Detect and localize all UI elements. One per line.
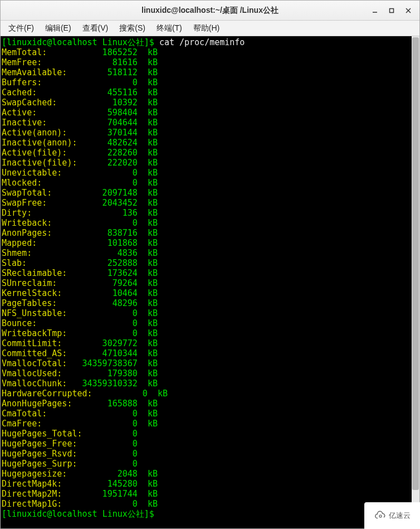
meminfo-value: 0: [82, 178, 138, 188]
meminfo-value: 228260: [82, 148, 138, 158]
meminfo-value: 704644: [82, 118, 138, 128]
meminfo-value: 0: [82, 318, 138, 328]
meminfo-key: DirectMap2M:: [2, 489, 82, 499]
meminfo-value: 0: [82, 449, 138, 459]
meminfo-value: 3029772: [82, 338, 138, 348]
meminfo-value: 34359310332: [82, 378, 138, 389]
meminfo-key: Unevictable:: [2, 168, 82, 178]
watermark-text: 亿速云: [389, 511, 411, 521]
meminfo-key: VmallocUsed:: [2, 368, 82, 378]
meminfo-value: 165888: [82, 399, 138, 409]
meminfo-key: HugePages_Free:: [2, 439, 82, 449]
scrollbar-thumb[interactable]: [412, 37, 419, 490]
meminfo-key: CommitLimit:: [2, 338, 82, 348]
meminfo-key: CmaFree:: [2, 419, 82, 429]
menu-search[interactable]: 搜索(S): [114, 22, 151, 35]
meminfo-value: 0: [82, 409, 138, 419]
meminfo-row: AnonHugePages: 165888 kB: [2, 399, 411, 409]
window-titlebar[interactable]: linuxidc@localhost:~/桌面 /Linux公社: [1, 1, 419, 21]
meminfo-value: 34359738367: [82, 358, 138, 368]
meminfo-key: MemTotal:: [2, 47, 82, 57]
meminfo-key: Active(file):: [2, 148, 82, 158]
terminal-output[interactable]: [linuxidc@localhost Linux公社]$ cat /proc/…: [1, 36, 412, 528]
meminfo-row: Active(anon): 370144 kB: [2, 128, 411, 138]
meminfo-key: AnonHugePages:: [2, 399, 82, 409]
meminfo-row: SwapFree: 2043452 kB: [2, 198, 411, 208]
meminfo-row: Inactive(anon): 482624 kB: [2, 138, 411, 148]
meminfo-value: 10392: [82, 98, 138, 108]
meminfo-row: Dirty: 136 kB: [2, 208, 411, 218]
meminfo-key: VmallocTotal:: [2, 358, 82, 368]
prompt-cwd: Linux公社: [102, 509, 144, 519]
meminfo-key: Dirty:: [2, 208, 82, 218]
meminfo-value: 0: [82, 419, 138, 429]
meminfo-value: 0: [82, 439, 138, 449]
meminfo-value: 101868: [82, 238, 138, 248]
menu-file[interactable]: 文件(F): [3, 22, 40, 35]
meminfo-key: MemAvailable:: [2, 67, 82, 77]
close-button[interactable]: [401, 4, 416, 17]
meminfo-row: HugePages_Rsvd: 0: [2, 449, 411, 459]
meminfo-row: SwapCached: 10392 kB: [2, 98, 411, 108]
meminfo-row: SwapTotal: 2097148 kB: [2, 188, 411, 198]
scrollbar-track[interactable]: [412, 36, 419, 528]
meminfo-value: 2043452: [82, 198, 138, 208]
prompt-open: [: [2, 509, 7, 519]
meminfo-row: Shmem: 4836 kB: [2, 248, 411, 258]
meminfo-value: 838716: [82, 228, 138, 238]
menu-view[interactable]: 查看(V): [77, 22, 114, 35]
menu-help[interactable]: 帮助(H): [188, 22, 225, 35]
meminfo-key: CmaTotal:: [2, 409, 82, 419]
maximize-button[interactable]: [384, 4, 399, 17]
meminfo-key: HugePages_Rsvd:: [2, 449, 82, 459]
menu-edit[interactable]: 编辑(E): [40, 22, 77, 35]
meminfo-row: DirectMap4k: 145280 kB: [2, 479, 411, 489]
meminfo-row: CmaFree: 0 kB: [2, 419, 411, 429]
meminfo-row: Hugepagesize: 2048 kB: [2, 469, 411, 479]
meminfo-row: CmaTotal: 0 kB: [2, 409, 411, 419]
cloud-icon: [374, 511, 387, 521]
meminfo-row: HugePages_Total: 0: [2, 429, 411, 439]
meminfo-key: NFS_Unstable:: [2, 308, 82, 318]
meminfo-row: SReclaimable: 173624 kB: [2, 268, 411, 278]
meminfo-row: Cached: 455116 kB: [2, 88, 411, 98]
meminfo-row: VmallocChunk: 34359310332 kB: [2, 378, 411, 389]
meminfo-value: 1951744: [82, 489, 138, 499]
meminfo-key: KernelStack:: [2, 288, 82, 298]
meminfo-row: Bounce: 0 kB: [2, 318, 411, 328]
meminfo-key: Inactive(file):: [2, 158, 82, 168]
meminfo-key: AnonPages:: [2, 228, 82, 238]
meminfo-value: 145280: [82, 479, 138, 489]
svg-point-4: [379, 515, 381, 517]
meminfo-row: HardwareCorrupted: 0 kB: [2, 389, 411, 399]
meminfo-row: VmallocUsed: 179380 kB: [2, 368, 411, 378]
meminfo-key: SUnreclaim:: [2, 278, 82, 288]
meminfo-key: Inactive:: [2, 118, 82, 128]
meminfo-key: Cached:: [2, 88, 82, 98]
meminfo-key: HardwareCorrupted:: [2, 389, 92, 399]
meminfo-row: NFS_Unstable: 0 kB: [2, 308, 411, 318]
meminfo-key: Active(anon):: [2, 128, 82, 138]
prompt-open: [: [2, 37, 7, 47]
terminal-area: [linuxidc@localhost Linux公社]$ cat /proc/…: [1, 36, 419, 528]
meminfo-value: 0: [82, 429, 138, 439]
meminfo-value: 4710344: [82, 348, 138, 358]
meminfo-row: PageTables: 48296 kB: [2, 298, 411, 308]
meminfo-key: SwapTotal:: [2, 188, 82, 198]
meminfo-value: 2048: [82, 469, 138, 479]
meminfo-value: 482624: [82, 138, 138, 148]
meminfo-value: 0: [82, 328, 138, 338]
menu-terminal[interactable]: 终端(T): [151, 22, 188, 35]
meminfo-value: 0: [92, 389, 148, 399]
meminfo-value: 136: [82, 208, 138, 218]
svg-rect-1: [390, 9, 394, 13]
meminfo-value: 370144: [82, 128, 138, 138]
meminfo-key: DirectMap1G:: [2, 499, 82, 509]
prompt-userhost: linuxidc@localhost: [7, 37, 97, 47]
meminfo-key: SwapCached:: [2, 98, 82, 108]
meminfo-key: Hugepagesize:: [2, 469, 82, 479]
meminfo-row: VmallocTotal: 34359738367 kB: [2, 358, 411, 368]
minimize-button[interactable]: [367, 4, 383, 17]
meminfo-key: Bounce:: [2, 318, 82, 328]
meminfo-row: MemAvailable: 518112 kB: [2, 67, 411, 77]
